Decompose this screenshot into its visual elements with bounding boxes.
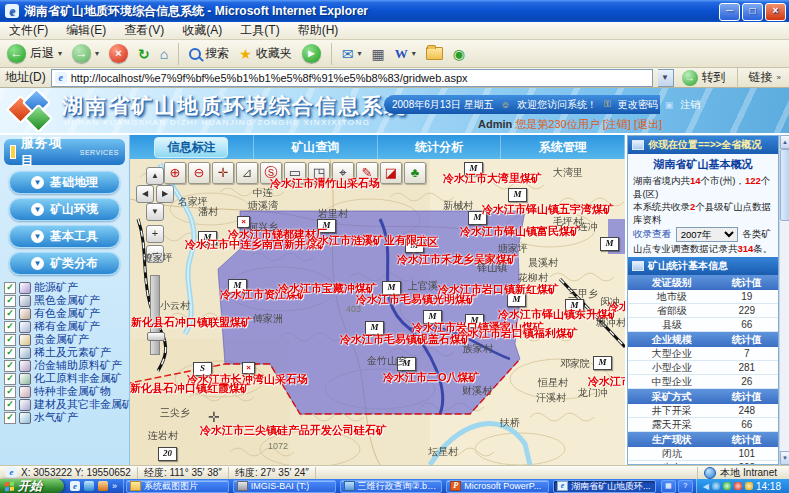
taskbar-window-1[interactable]: IMGIS-BAI (T:) [233,480,336,493]
village-label: 花柳村 [518,271,548,285]
network-tray-icon[interactable] [712,482,720,490]
back-button[interactable]: ← 后退 ▾ [4,43,65,64]
section-label: 矿类分布 [50,255,98,272]
mine-label[interactable]: 新化县石冲口镇联盟煤矿 [131,315,252,330]
stop-button[interactable]: × [106,43,131,64]
menu-item-0[interactable]: 文件(F) [0,21,57,40]
scrollbar-thumb[interactable] [780,149,789,221]
chevron-right-icon[interactable]: » [112,481,117,491]
menu-item-3[interactable]: 收藏(A) [173,21,231,40]
search-button[interactable]: 搜索 [186,44,232,63]
checkbox-checked[interactable]: ✓ [4,399,16,411]
checkbox-checked[interactable]: ✓ [4,386,16,398]
tab-2[interactable]: 统计分析 [378,135,502,159]
messenger-icon: ◉ [453,46,465,62]
edit-button[interactable]: W ▾ [392,45,419,63]
checkbox-checked[interactable]: ✓ [4,347,16,359]
mine-label[interactable]: 冷水江市铎山镇五宇湾煤矿 [482,202,614,217]
mine-label[interactable]: 冷水江市岩口镇福利煤矿 [457,326,578,341]
checkbox-checked[interactable]: ✓ [4,282,16,294]
sidebar-section-0[interactable]: ▼基础地理 [9,171,120,194]
mine-label[interactable]: 冷水江市大湾里煤矿 [443,171,542,186]
admin-links[interactable]: [注销] [退出] [603,118,662,130]
tab-label: 系统管理 [533,138,593,157]
address-dropdown[interactable]: ▼ [658,69,674,87]
mine-label[interactable]: 冷水江市渭竹山采石场 [270,176,380,191]
checkbox-checked[interactable]: ✓ [4,321,16,333]
change-password-link[interactable]: 更改密码 [618,98,658,112]
close-button[interactable]: × [765,3,786,21]
help-task-icon[interactable]: ? [678,480,693,493]
volume-tray-icon[interactable] [745,482,753,490]
layer-item[interactable]: ✓水气矿产 [0,411,129,424]
logout-link[interactable]: 注销 [680,98,700,112]
banner-topbar: 2008年6月13日 星期五 ☺ 欢迎您访问系统！ ⚿ 更改密码 ▣ 注销 [384,95,660,114]
menu-item-5[interactable]: 帮助(H) [289,21,348,40]
menu-item-4[interactable]: 工具(T) [231,21,288,40]
taskbar-window-4[interactable]: e湖南省矿山地质环... [553,480,656,493]
print-button[interactable]: ▦ [369,45,388,63]
checkbox-checked[interactable]: ✓ [4,360,16,372]
mine-label[interactable]: 新化县石冲口镇红霞煤矿 [130,381,251,396]
menu-item-2[interactable]: 查看(V) [115,21,173,40]
taskbar-window-3[interactable]: PMicrosoft PowerP... [446,480,549,493]
mine-label[interactable]: 冷水江市二О八煤矿 [383,370,480,385]
forward-button[interactable]: → ▾ [69,43,102,64]
tab-3[interactable]: 系统管理 [501,135,625,159]
tab-1[interactable]: 矿山查询 [254,135,378,159]
taskbar-window-2[interactable]: 三维行政查询②.bmp [340,480,443,493]
mine-marker[interactable]: M [600,237,619,251]
checkbox-checked[interactable]: ✓ [4,334,16,346]
checkbox-checked[interactable]: ✓ [4,308,16,320]
clock[interactable]: 14:18 [756,481,781,492]
start-button[interactable]: 开始 [0,479,64,493]
alert-tray-icon[interactable] [734,482,742,490]
maximize-button[interactable]: □ [742,3,763,21]
scroll-down-arrow[interactable]: ▼ [780,451,789,465]
year-select[interactable]: 2007年 [676,227,738,242]
favorites-button[interactable]: ★ 收藏夹 [236,44,295,63]
sidebar-section-2[interactable]: ▼基本工具 [9,225,120,248]
tab-label: 统计分析 [409,138,469,157]
sidebar-section-3[interactable]: ▼矿类分布 [9,252,120,275]
village-label: 汗溪村 [536,391,566,405]
window-title: 系统截图图片 [144,480,198,493]
checkbox-checked[interactable]: ✓ [4,295,16,307]
app-quick-icon[interactable] [98,481,108,491]
stat-number: 14 [690,175,701,186]
page-icon: e [55,72,67,84]
row-value: 66 [716,419,779,430]
mine-marker[interactable]: M [508,188,527,202]
mine-label[interactable]: 冷水江市涟溪矿业有限公 [307,233,428,248]
desktop-quick-icon[interactable] [84,481,94,491]
tab-0[interactable]: 信息标注 [130,135,254,159]
checkbox-checked[interactable]: ✓ [4,412,16,424]
address-input[interactable]: e http://localhost/%e7%9f%bf%e5%b1%b1%e5… [51,69,653,87]
mine-label[interactable]: 工区 [416,235,438,250]
village-label: 潘村 [198,205,218,219]
ie-quick-icon[interactable]: e [70,481,80,491]
messenger-button[interactable]: ◉ [450,45,468,63]
antivirus-tray-icon[interactable] [723,482,731,490]
menu-item-1[interactable]: 编辑(E) [57,21,115,40]
mine-label[interactable]: 冷水江市毛易镇砚盖石煤矿 [340,332,472,347]
sidebar-section-1[interactable]: ▼矿山环境 [9,198,120,221]
minimize-button[interactable]: ─ [719,3,740,21]
folder-button[interactable] [423,46,446,61]
media-button[interactable]: ▸ [299,43,324,64]
page-scrollbar[interactable]: ▲ ▼ [779,135,789,465]
tray-arrow-icon[interactable]: ◀ [703,482,709,491]
mine-marker[interactable]: M [593,356,612,370]
mine-label[interactable]: 冷水江市三尖镇硅产品开发公司硅石矿 [200,423,387,438]
scroll-up-arrow[interactable]: ▲ [780,135,789,149]
taskbar-window-0[interactable]: 系统截图图片 [126,480,229,493]
checkbox-checked[interactable]: ✓ [4,373,16,385]
map-canvas[interactable]: ⊕⊖✛⊿Ⓢ▭◳⌖✎◪♣ ▲ ◀ ▶ ▼ + − ✛ MMMMMMMMMMMMMM… [130,159,625,465]
go-button[interactable]: → 转到 [679,68,729,87]
links-button[interactable]: 链接 » [746,68,784,87]
map-marker-20[interactable]: 20 [158,447,177,461]
refresh-button[interactable]: ↻ [135,45,153,63]
printer-task-icon[interactable]: ▦ [661,480,676,493]
mail-button[interactable]: ✉ ▾ [339,45,365,63]
home-button[interactable]: ⌂ [157,45,171,63]
